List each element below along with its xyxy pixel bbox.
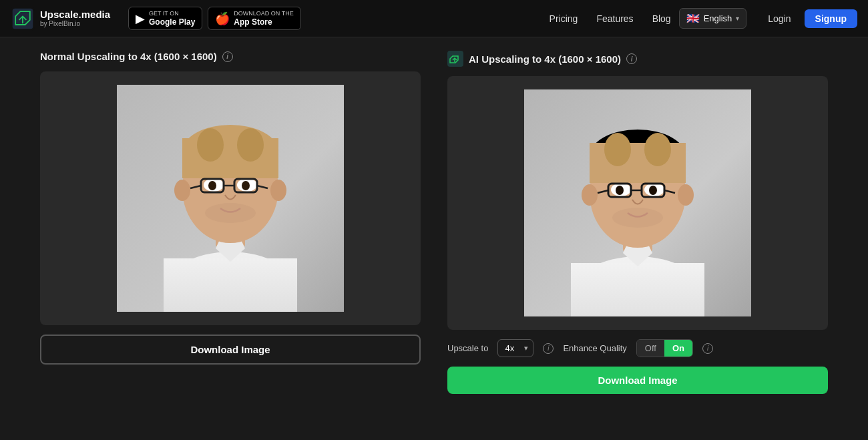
normal-image-container [40,71,421,325]
svg-point-10 [197,128,224,162]
nav-blog[interactable]: Blog [652,13,671,24]
ai-panel: AI Upscaling to 4x (1600 × 1600) i [447,51,828,427]
upscale-label: Upscale to [447,343,488,353]
chevron-down-icon: ▾ [736,15,739,22]
svg-point-45 [649,186,657,195]
logo[interactable]: Upscale.media by PixelBin.io [11,7,118,31]
svg-rect-32 [590,143,686,183]
normal-panel-title: Normal Upscaling to 4x (1600 × 1600) i [40,51,421,62]
store-buttons: ▶ GET IT ON Google Play 🍎 Download on th… [128,7,301,30]
enhance-toggle: Off On [636,339,693,357]
nav-features[interactable]: Features [596,13,633,24]
ai-image [447,89,828,316]
app-store-get-it: Download on the [234,10,293,17]
google-play-button[interactable]: ▶ GET IT ON Google Play [128,7,202,30]
svg-point-21 [208,181,216,190]
svg-point-44 [616,186,624,195]
svg-point-35 [582,184,598,206]
svg-rect-9 [182,138,278,178]
google-play-name: Google Play [149,17,195,27]
nav-pricing[interactable]: Pricing [550,13,578,24]
enhance-info-icon[interactable]: i [702,343,713,354]
svg-point-46 [612,208,663,228]
normal-image [40,85,421,312]
ai-image-container [447,76,828,330]
upscale-select-wrapper: 2x 4x 6x 8x ▾ [497,339,533,357]
language-label: English [704,13,732,23]
ai-panel-title: AI Upscaling to 4x (1600 × 1600) i [447,51,828,67]
svg-rect-28 [571,263,704,316]
ai-upscale-icon [447,51,463,67]
auth-buttons: Login Signup [760,9,857,28]
toggle-off-button[interactable]: Off [637,340,664,357]
svg-point-33 [604,133,631,166]
svg-point-23 [205,203,256,223]
ai-controls: Upscale to 2x 4x 6x 8x ▾ i Enhance Quali… [447,339,828,357]
enhance-label: Enhance Quality [563,343,626,353]
normal-panel: Normal Upscaling to 4x (1600 × 1600) i [40,51,421,427]
logo-sub: by PixelBin.io [40,20,110,27]
logo-brand: Upscale.media [40,9,110,21]
svg-point-22 [242,181,250,190]
google-play-get-it: GET IT ON [149,10,195,17]
toggle-on-button[interactable]: On [664,340,692,357]
upscale-select[interactable]: 2x 4x 6x 8x [497,339,533,357]
ai-info-icon[interactable]: i [626,53,637,64]
header: Upscale.media by PixelBin.io ▶ GET IT ON… [0,0,868,37]
main-content: Normal Upscaling to 4x (1600 × 1600) i [0,37,868,440]
logo-icon [11,7,35,31]
app-store-name: App Store [234,17,293,27]
ai-download-button[interactable]: Download Image [447,367,828,394]
svg-point-36 [678,184,694,206]
language-selector[interactable]: 🇬🇧 English ▾ [679,8,747,29]
svg-point-12 [174,180,190,201]
normal-info-icon[interactable]: i [222,51,233,62]
upscale-info-icon[interactable]: i [543,343,554,354]
normal-download-button[interactable]: Download Image [40,335,421,365]
flag-icon: 🇬🇧 [686,12,700,25]
svg-rect-5 [164,258,297,312]
nav: Pricing Features Blog [550,13,671,24]
apple-icon: 🍎 [215,11,230,26]
signup-button[interactable]: Signup [805,9,857,28]
svg-point-11 [237,128,264,162]
google-play-icon: ▶ [136,11,145,26]
svg-point-34 [644,133,671,166]
svg-point-13 [270,180,286,201]
login-button[interactable]: Login [760,9,799,28]
app-store-button[interactable]: 🍎 Download on the App Store [208,7,300,30]
